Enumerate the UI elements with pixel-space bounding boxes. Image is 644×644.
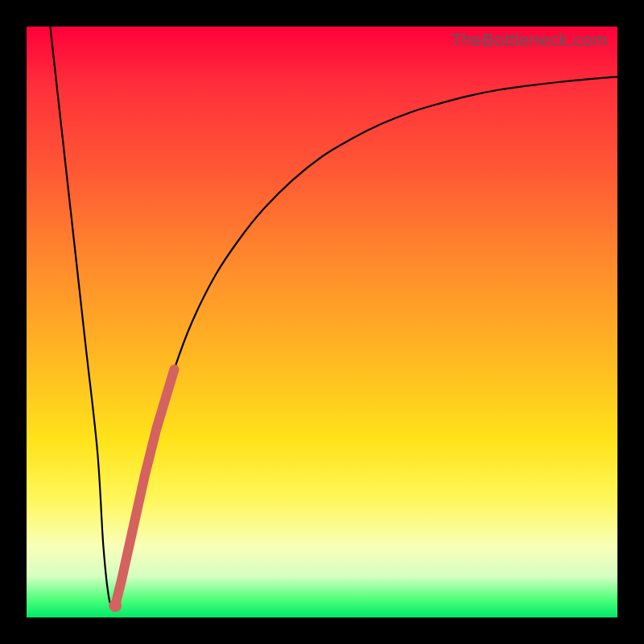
minimum-marker-icon xyxy=(109,599,122,612)
highlighted-segment xyxy=(115,369,174,606)
chart-frame: TheBottleneck.com xyxy=(0,0,644,644)
plot-area: TheBottleneck.com xyxy=(27,27,617,617)
curve-layer xyxy=(27,27,617,617)
